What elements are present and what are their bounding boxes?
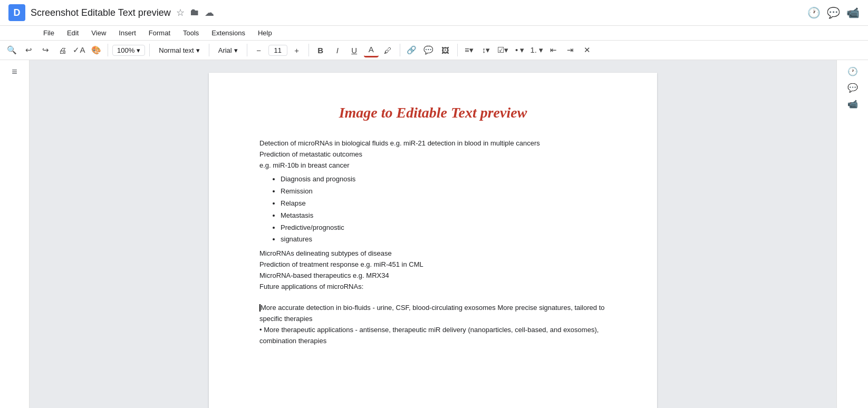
video-side-icon[interactable]: 📹 [847,99,858,109]
paint-format-btn[interactable]: 🎨 [89,43,103,57]
font-dropdown[interactable]: Arial ▾ [214,44,243,56]
star-icon[interactable]: ☆ [176,7,185,18]
para-therapeutics: MicroRNA-based therapeutics e.g. MRX34 [259,270,606,281]
doc-title: Screenshot Editable Text preview [31,7,171,18]
italic-btn[interactable]: I [330,43,345,57]
bullet-item-3: Metastasis [281,210,606,221]
menu-bar: File Edit View Insert Format Tools Exten… [0,26,868,41]
bullet-item-1: Remission [281,186,606,197]
underline-btn[interactable]: U [347,43,362,57]
doc-preview-title: Image to Editable Text preview [259,104,606,121]
menu-extensions[interactable]: Extensions [206,27,250,39]
comments-icon[interactable]: 💬 [827,6,840,19]
outline-icon[interactable]: ≡ [12,66,17,77]
bullet-item-0: Diagnosis and prognosis [281,174,606,185]
para-future: Future applications of microRNAs: [259,281,606,293]
right-panel: 🕐 💬 📹 [836,60,868,408]
meet-icon[interactable]: 📹 [846,6,860,19]
indent-increase-btn[interactable]: ⇥ [563,43,578,57]
history-icon[interactable]: 🕐 [807,6,821,19]
history-side-icon[interactable]: 🕐 [847,66,858,76]
title-icons: ☆ 🖿 ☁ [176,7,214,18]
cursor-text: More accurate detection in bio-fluids - … [259,304,604,323]
sep5 [308,44,309,56]
checklist-btn[interactable]: ☑▾ [496,43,510,57]
bold-btn[interactable]: B [313,43,328,57]
style-dropdown-icon: ▾ [196,46,200,54]
title-bar: D Screenshot Editable Text preview ☆ 🖿 ☁… [0,0,868,26]
sep4 [247,44,247,56]
para-cursor[interactable]: More accurate detection in bio-fluids - … [259,303,606,325]
clear-format-btn[interactable]: ✕ [580,43,595,57]
undo-btn[interactable]: ↩ [21,43,36,57]
folder-icon[interactable]: 🖿 [190,7,199,18]
zoom-control[interactable]: 100% ▾ [112,45,145,56]
chat-side-icon[interactable]: 💬 [847,83,858,93]
app-icon-label: D [14,7,21,18]
bullet-item-5: signatures [281,234,606,245]
numbered-list-btn[interactable]: 1. ▾ [529,43,544,57]
font-value: Arial [218,46,232,54]
text-color-btn[interactable]: A [364,43,379,57]
toolbar: 🔍 ↩ ↪ 🖨 ✓A 🎨 100% ▾ Normal text ▾ Arial … [0,41,868,60]
font-size-minus[interactable]: − [252,43,266,57]
para-prediction-metastatic: Prediction of metastatic outcomes [259,149,606,160]
doc-area[interactable]: Image to Editable Text preview Detection… [30,60,836,408]
menu-edit[interactable]: Edit [62,27,84,39]
sep7 [457,44,458,56]
menu-help[interactable]: Help [253,27,277,39]
zoom-value: 100% [117,46,134,54]
bullet-item-2: Relapse [281,198,606,209]
sep3 [209,44,209,56]
indent-decrease-btn[interactable]: ⇤ [546,43,561,57]
bullet-item-4: Predictive/prognostic [281,222,606,234]
align-btn[interactable]: ≡▾ [462,43,477,57]
sep6 [400,44,400,56]
para-mir10b: e.g. miR-10b in breast cancer [259,160,606,171]
para-delineating: MicroRNAs delineating subtypes of diseas… [259,248,606,259]
comment-btn[interactable]: 💬 [421,43,436,57]
link-btn[interactable]: 🔗 [404,43,419,57]
menu-view[interactable]: View [86,27,111,39]
bullet-list-btn[interactable]: • ▾ [513,43,527,57]
cloud-icon[interactable]: ☁ [205,7,214,18]
main-layout: ≡ Image to Editable Text preview Detecti… [0,60,868,408]
style-value: Normal text [159,46,194,54]
doc-content[interactable]: Detection of microRNAs in biological flu… [259,138,606,347]
para-bullet-therapeutic: • More therapeutic applications - antise… [259,325,606,347]
menu-file[interactable]: File [38,27,60,39]
menu-tools[interactable]: Tools [178,27,204,39]
search-btn[interactable]: 🔍 [4,43,19,57]
menu-format[interactable]: Format [143,27,176,39]
para-treatment: Prediction of treatment response e.g. mi… [259,259,606,270]
redo-btn[interactable]: ↪ [38,43,53,57]
bullet-list: Diagnosis and prognosis Remission Relaps… [281,174,606,245]
zoom-dropdown-icon: ▾ [137,46,140,54]
highlight-btn[interactable]: 🖊 [381,43,396,57]
sidebar: ≡ [0,60,30,408]
sep1 [108,44,108,56]
font-size-input[interactable]: 11 [268,45,287,56]
style-dropdown[interactable]: Normal text ▾ [154,44,204,56]
sep2 [149,44,150,56]
font-size-plus[interactable]: + [290,43,304,57]
print-btn[interactable]: 🖨 [55,43,70,57]
para-detection: Detection of microRNAs in biological flu… [259,138,606,149]
app-icon: D [8,4,25,21]
font-dropdown-icon: ▾ [234,46,238,54]
image-btn[interactable]: 🖼 [438,43,453,57]
menu-insert[interactable]: Insert [113,27,141,39]
line-spacing-btn[interactable]: ↕▾ [479,43,494,57]
doc-page: Image to Editable Text preview Detection… [209,73,657,408]
spellcheck-btn[interactable]: ✓A [72,43,86,57]
